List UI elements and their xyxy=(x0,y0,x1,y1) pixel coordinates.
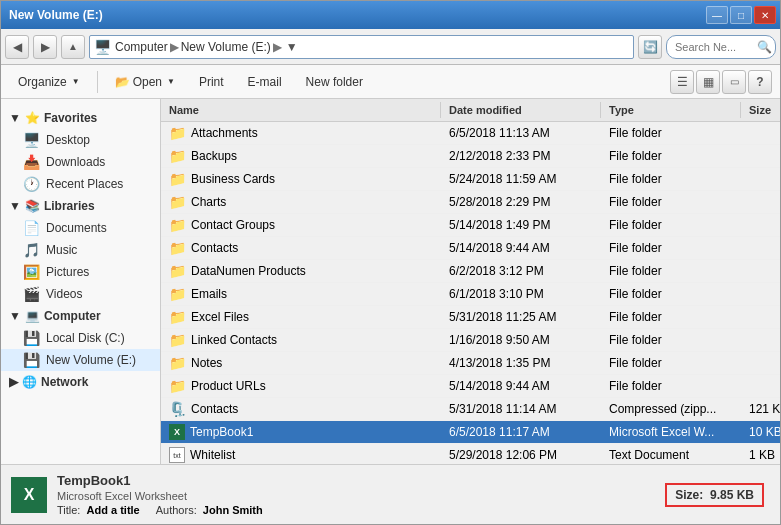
help-button[interactable]: ? xyxy=(748,70,772,94)
table-row[interactable]: 📁 Linked Contacts 1/16/2018 9:50 AM File… xyxy=(161,329,780,352)
status-file-icon: X xyxy=(11,477,47,513)
open-button[interactable]: 📂 Open ▼ xyxy=(106,71,184,93)
view-list-button[interactable]: ☰ xyxy=(670,70,694,94)
toolbar-sep-1 xyxy=(97,71,98,93)
col-header-name[interactable]: Name xyxy=(161,102,441,118)
cell-size xyxy=(741,214,780,236)
email-label: E-mail xyxy=(248,75,282,89)
organize-button[interactable]: Organize ▼ xyxy=(9,71,89,93)
address-part-volume: New Volume (E:) xyxy=(181,40,271,54)
new-volume-icon: 💾 xyxy=(23,352,40,368)
table-row[interactable]: 📁 Charts 5/28/2018 2:29 PM File folder xyxy=(161,191,780,214)
print-button[interactable]: Print xyxy=(190,71,233,93)
sidebar-item-downloads[interactable]: 📥 Downloads xyxy=(1,151,160,173)
cell-size xyxy=(741,191,780,213)
sidebar-section-computer[interactable]: ▼ 💻 Computer xyxy=(1,305,160,327)
view-details-button[interactable]: ▦ xyxy=(696,70,720,94)
close-button[interactable]: ✕ xyxy=(754,6,776,24)
search-icon[interactable]: 🔍 xyxy=(757,40,772,54)
computer-collapse-icon: ▼ xyxy=(9,309,21,323)
recent-icon: 🕐 xyxy=(23,176,40,192)
cell-date: 4/13/2018 1:35 PM xyxy=(441,352,601,374)
sidebar-item-local-disk[interactable]: 💾 Local Disk (C:) xyxy=(1,327,160,349)
title-bar: New Volume (E:) — □ ✕ xyxy=(1,1,780,29)
up-button[interactable]: ▲ xyxy=(61,35,85,59)
table-row[interactable]: 📁 Attachments 6/5/2018 11:13 AM File fol… xyxy=(161,122,780,145)
minimize-button[interactable]: — xyxy=(706,6,728,24)
file-name: Attachments xyxy=(191,126,258,140)
maximize-button[interactable]: □ xyxy=(730,6,752,24)
sidebar-item-videos[interactable]: 🎬 Videos xyxy=(1,283,160,305)
table-row[interactable]: 📁 DataNumen Products 6/2/2018 3:12 PM Fi… xyxy=(161,260,780,283)
cell-type: File folder xyxy=(601,191,741,213)
content-area: ▼ ⭐ Favorites 🖥️ Desktop 📥 Downloads 🕐 R… xyxy=(1,99,780,464)
table-row[interactable]: 📁 Emails 6/1/2018 3:10 PM File folder xyxy=(161,283,780,306)
sidebar-item-pictures[interactable]: 🖼️ Pictures xyxy=(1,261,160,283)
table-row[interactable]: 📁 Backups 2/12/2018 2:33 PM File folder xyxy=(161,145,780,168)
back-button[interactable]: ◀ xyxy=(5,35,29,59)
cell-date: 5/14/2018 9:44 AM xyxy=(441,375,601,397)
local-disk-icon: 💾 xyxy=(23,330,40,346)
table-row[interactable]: 📁 Business Cards 5/24/2018 11:59 AM File… xyxy=(161,168,780,191)
new-folder-button[interactable]: New folder xyxy=(297,71,372,93)
libraries-icon: 📚 xyxy=(25,199,40,213)
cell-name: 📁 Charts xyxy=(161,191,441,213)
cell-date: 5/24/2018 11:59 AM xyxy=(441,168,601,190)
cell-date: 6/5/2018 11:17 AM xyxy=(441,421,601,443)
view-pane-button[interactable]: ▭ xyxy=(722,70,746,94)
sidebar-section-network[interactable]: ▶ 🌐 Network xyxy=(1,371,160,393)
cell-size xyxy=(741,283,780,305)
cell-size: 1 KB xyxy=(741,444,780,464)
cell-name: 📁 Attachments xyxy=(161,122,441,144)
sidebar-item-desktop[interactable]: 🖥️ Desktop xyxy=(1,129,160,151)
cell-name: 📁 Excel Files xyxy=(161,306,441,328)
col-header-date[interactable]: Date modified xyxy=(441,102,601,118)
address-bar[interactable]: 🖥️ Computer ▶ New Volume (E:) ▶ ▼ xyxy=(89,35,634,59)
pictures-icon: 🖼️ xyxy=(23,264,40,280)
cell-type: File folder xyxy=(601,306,741,328)
address-dropdown-btn[interactable]: ▼ xyxy=(284,40,300,54)
cell-size xyxy=(741,122,780,144)
sidebar-item-music[interactable]: 🎵 Music xyxy=(1,239,160,261)
title-value: Add a title xyxy=(87,504,140,516)
search-box-wrapper: 🔍 xyxy=(666,35,776,59)
title-bar-controls: — □ ✕ xyxy=(706,6,776,24)
cell-name: 📁 Business Cards xyxy=(161,168,441,190)
email-button[interactable]: E-mail xyxy=(239,71,291,93)
network-collapse-icon: ▶ xyxy=(9,375,18,389)
file-name: Charts xyxy=(191,195,226,209)
cell-date: 2/12/2018 2:33 PM xyxy=(441,145,601,167)
folder-icon: 📁 xyxy=(169,309,186,325)
table-row[interactable]: X TempBook1 6/5/2018 11:17 AM Microsoft … xyxy=(161,421,780,444)
new-volume-label: New Volume (E:) xyxy=(46,353,136,367)
table-row[interactable]: 📁 Product URLs 5/14/2018 9:44 AM File fo… xyxy=(161,375,780,398)
sidebar-item-documents[interactable]: 📄 Documents xyxy=(1,217,160,239)
cell-type: File folder xyxy=(601,145,741,167)
table-row[interactable]: txt Whitelist 5/29/2018 12:06 PM Text Do… xyxy=(161,444,780,464)
table-row[interactable]: 🗜️ Contacts 5/31/2018 11:14 AM Compresse… xyxy=(161,398,780,421)
music-label: Music xyxy=(46,243,77,257)
table-row[interactable]: 📁 Notes 4/13/2018 1:35 PM File folder xyxy=(161,352,780,375)
forward-button[interactable]: ▶ xyxy=(33,35,57,59)
downloads-label: Downloads xyxy=(46,155,105,169)
folder-icon: 📁 xyxy=(169,263,186,279)
cell-type: File folder xyxy=(601,260,741,282)
organize-caret: ▼ xyxy=(72,77,80,86)
cell-type: File folder xyxy=(601,283,741,305)
col-header-size[interactable]: Size xyxy=(741,102,780,118)
cell-name: 📁 Contacts xyxy=(161,237,441,259)
sidebar-section-libraries[interactable]: ▼ 📚 Libraries xyxy=(1,195,160,217)
desktop-icon: 🖥️ xyxy=(23,132,40,148)
cell-type: Compressed (zipp... xyxy=(601,398,741,420)
sidebar-item-recent[interactable]: 🕐 Recent Places xyxy=(1,173,160,195)
network-label: Network xyxy=(41,375,88,389)
sidebar-section-favorites[interactable]: ▼ ⭐ Favorites xyxy=(1,107,160,129)
local-disk-label: Local Disk (C:) xyxy=(46,331,125,345)
table-row[interactable]: 📁 Contacts 5/14/2018 9:44 AM File folder xyxy=(161,237,780,260)
sidebar-item-new-volume[interactable]: 💾 New Volume (E:) xyxy=(1,349,160,371)
table-row[interactable]: 📁 Excel Files 5/31/2018 11:25 AM File fo… xyxy=(161,306,780,329)
refresh-button[interactable]: 🔄 xyxy=(638,35,662,59)
table-row[interactable]: 📁 Contact Groups 5/14/2018 1:49 PM File … xyxy=(161,214,780,237)
file-name: Linked Contacts xyxy=(191,333,277,347)
col-header-type[interactable]: Type xyxy=(601,102,741,118)
